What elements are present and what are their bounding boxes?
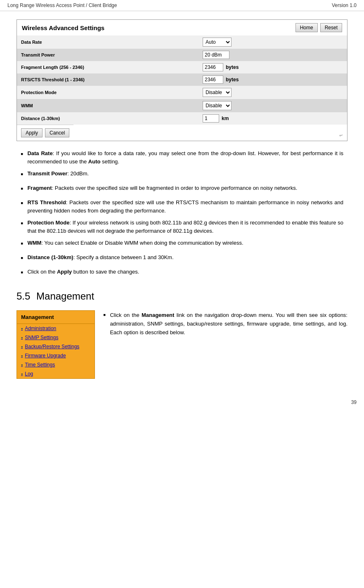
row-control-data-rate: Auto bbox=[199, 35, 347, 49]
table-row: WMM Disable Enable bbox=[17, 99, 347, 112]
row-control-transmit-power bbox=[199, 49, 347, 61]
management-menu-item-firmware[interactable]: Firmware Upgrade bbox=[17, 351, 95, 360]
section-title: Management bbox=[36, 290, 94, 302]
bullet-item-distance: ▪ Distance (1-30km): Specify a distance … bbox=[21, 253, 343, 264]
table-row: RTS/CTS Threshold (1 - 2346) bytes bbox=[17, 73, 347, 86]
management-menu-item-snmp[interactable]: SNMP Settings bbox=[17, 333, 95, 342]
row-control-wmm: Disable Enable bbox=[199, 99, 347, 112]
management-menu-item-administration[interactable]: Administration bbox=[17, 324, 95, 333]
management-menu-box: Management Administration SNMP Settings … bbox=[17, 310, 95, 379]
bullet-item-protection: ▪ Protection Mode: If your wireless netw… bbox=[21, 219, 343, 235]
reset-button[interactable]: Reset bbox=[320, 23, 342, 32]
bullet-item-apply: ▪ Click on the Apply button to save the … bbox=[21, 268, 343, 278]
settings-table: Data Rate Auto Transmit Power bbox=[17, 35, 347, 125]
bullet-icon: ▪ bbox=[21, 253, 23, 264]
management-menu-title: Management bbox=[17, 311, 95, 324]
data-rate-select[interactable]: Auto bbox=[203, 38, 232, 47]
page-number: 39 bbox=[351, 399, 357, 405]
row-label-wmm: WMM bbox=[17, 99, 199, 112]
bullet-icon: ▪ bbox=[21, 198, 23, 215]
management-menu-item-time[interactable]: Time Settings bbox=[17, 360, 95, 369]
bullet-text-distance: Distance (1-30km): Specify a distance be… bbox=[27, 253, 173, 264]
header-right: Version 1.0 bbox=[332, 2, 357, 8]
main-content: Wireless Advanced Settings Home Reset Da… bbox=[0, 11, 364, 387]
bullet-text-data-rate: Data Rate: If you would like to force a … bbox=[27, 149, 343, 165]
form-actions: Apply Cancel bbox=[17, 125, 73, 141]
row-control-rts: bytes bbox=[199, 73, 347, 86]
row-label-protection: Protection Mode bbox=[17, 86, 199, 99]
rts-unit: bytes bbox=[226, 77, 239, 83]
table-row: Protection Mode Disable Enable bbox=[17, 86, 347, 99]
bullet-text-rts: RTS Threshold: Packets over the specifie… bbox=[27, 198, 343, 215]
rts-threshold-input[interactable] bbox=[203, 76, 223, 84]
bullet-item-wmm: ▪ WMM: You can select Enable or Disable … bbox=[21, 239, 343, 249]
table-row: Fragment Length (256 - 2346) bytes bbox=[17, 61, 347, 73]
bullet-text-fragment: Fragment: Packets over the specified siz… bbox=[27, 184, 297, 194]
management-desc-text: Click on the Management link on the navi… bbox=[110, 310, 347, 337]
row-label-data-rate: Data Rate bbox=[17, 35, 199, 49]
bullet-item-transmit-power: ▪ Transmit Power: 20dBm. bbox=[21, 170, 343, 180]
bullet-icon: ▪ bbox=[21, 169, 23, 180]
bullet-item-data-rate: ▪ Data Rate: If you would like to force … bbox=[21, 149, 343, 165]
bullet-item-fragment: ▪ Fragment: Packets over the specified s… bbox=[21, 184, 343, 194]
management-menu-item-log[interactable]: Log bbox=[17, 369, 95, 378]
row-label-fragment: Fragment Length (256 - 2346) bbox=[17, 61, 199, 73]
settings-panel-header: Wireless Advanced Settings Home Reset bbox=[17, 20, 347, 35]
page-footer: 39 bbox=[0, 395, 364, 409]
bullet-item-rts: ▪ RTS Threshold: Packets over the specif… bbox=[21, 198, 343, 215]
bullet-icon: ▪ bbox=[21, 183, 23, 194]
table-row: Transmit Power bbox=[17, 49, 347, 61]
settings-panel: Wireless Advanced Settings Home Reset Da… bbox=[17, 19, 347, 141]
management-menu-item-backup[interactable]: Backup/Restore Settings bbox=[17, 342, 95, 351]
header-left: Long Range Wireless Access Point / Clien… bbox=[7, 2, 117, 8]
page-header: Long Range Wireless Access Point / Clien… bbox=[0, 0, 364, 11]
row-control-protection: Disable Enable bbox=[199, 86, 347, 99]
management-description-area: ▪ Click on the Management link on the na… bbox=[103, 310, 347, 341]
row-label-rts: RTS/CTS Threshold (1 - 2346) bbox=[17, 73, 199, 86]
bullet-icon: ▪ bbox=[21, 238, 23, 249]
bullet-icon: ▪ bbox=[21, 149, 23, 165]
row-label-distance: Distance (1-30km) bbox=[17, 112, 199, 125]
scroll-indicator: ↵ bbox=[335, 130, 347, 141]
bullet-text-wmm: WMM: You can select Enable or Disable WM… bbox=[27, 239, 243, 249]
bullet-text-transmit-power: Transmit Power: 20dBm. bbox=[27, 170, 89, 180]
row-label-transmit-power: Transmit Power bbox=[17, 49, 199, 61]
section-number: 5.5 bbox=[17, 290, 30, 302]
table-row: Data Rate Auto bbox=[17, 35, 347, 49]
distance-input[interactable] bbox=[203, 114, 219, 123]
settings-panel-title: Wireless Advanced Settings bbox=[22, 24, 104, 31]
management-bullet-item: ▪ Click on the Management link on the na… bbox=[103, 310, 347, 337]
bullet-section: ▪ Data Rate: If you would like to force … bbox=[17, 149, 347, 278]
transmit-power-input[interactable] bbox=[203, 51, 229, 59]
fragment-unit: bytes bbox=[226, 64, 239, 70]
section-55-heading: 5.5 Management bbox=[17, 290, 347, 302]
section-heading: 5.5 Management bbox=[17, 290, 347, 302]
protection-mode-select[interactable]: Disable Enable bbox=[203, 88, 232, 97]
header-buttons: Home Reset bbox=[295, 23, 342, 32]
cancel-button[interactable]: Cancel bbox=[45, 128, 69, 137]
apply-button[interactable]: Apply bbox=[21, 128, 43, 137]
fragment-length-input[interactable] bbox=[203, 63, 223, 71]
row-control-distance: km bbox=[199, 112, 347, 125]
bullet-icon: ▪ bbox=[103, 309, 106, 337]
bullet-text-protection: Protection Mode: If your wireless networ… bbox=[27, 219, 343, 235]
bullet-icon: ▪ bbox=[21, 218, 23, 235]
table-row: Distance (1-30km) km bbox=[17, 112, 347, 125]
row-control-fragment: bytes bbox=[199, 61, 347, 73]
home-button[interactable]: Home bbox=[295, 23, 318, 32]
bullet-text-apply: Click on the Apply button to save the ch… bbox=[27, 268, 139, 278]
bullet-icon: ▪ bbox=[21, 267, 23, 278]
wmm-select[interactable]: Disable Enable bbox=[203, 101, 232, 110]
distance-unit: km bbox=[222, 116, 229, 121]
management-section: Management Administration SNMP Settings … bbox=[17, 310, 347, 379]
